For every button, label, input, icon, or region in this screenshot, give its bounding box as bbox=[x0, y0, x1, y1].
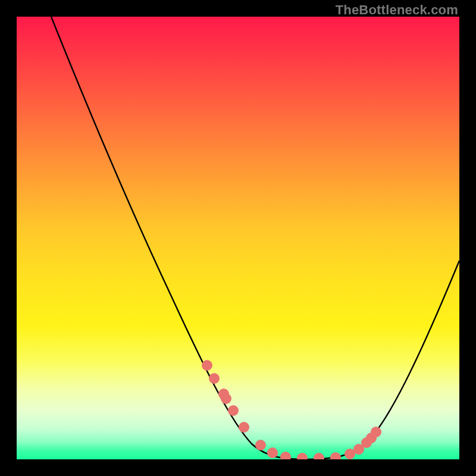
highlight-dot bbox=[330, 452, 341, 459]
highlight-dot bbox=[239, 422, 249, 433]
highlight-dot bbox=[255, 440, 266, 450]
watermark-text: TheBottleneck.com bbox=[336, 2, 458, 18]
plot-area bbox=[17, 17, 459, 459]
highlight-dot bbox=[209, 373, 220, 384]
highlight-dot bbox=[297, 453, 308, 459]
highlight-dot bbox=[202, 360, 212, 371]
highlight-dot bbox=[221, 393, 231, 404]
highlight-dot bbox=[267, 447, 278, 458]
highlight-dot bbox=[280, 452, 291, 459]
chart-frame: TheBottleneck.com bbox=[0, 0, 476, 476]
highlight-dot bbox=[371, 427, 381, 437]
highlight-dot bbox=[314, 453, 324, 459]
highlight-dot bbox=[228, 405, 239, 416]
curve-svg bbox=[17, 17, 459, 459]
bottleneck-curve bbox=[51, 17, 459, 459]
